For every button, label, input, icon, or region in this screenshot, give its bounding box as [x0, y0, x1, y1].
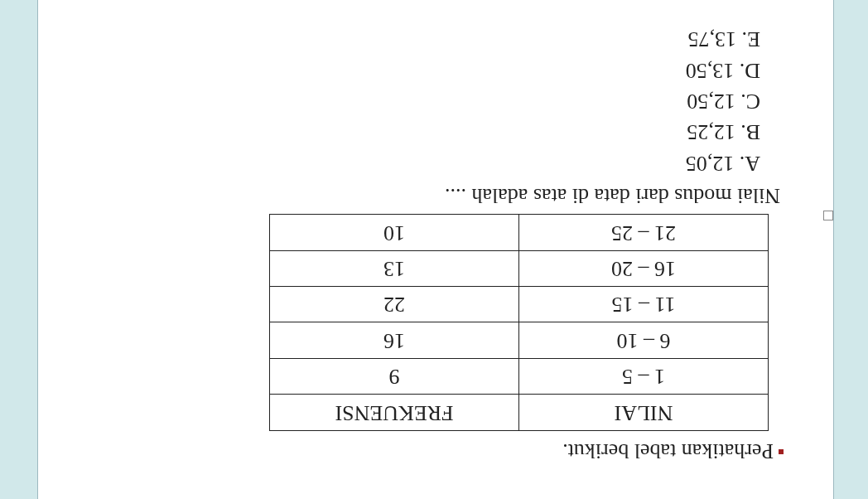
cell-nilai: 16 – 20	[519, 250, 769, 286]
col-header-nilai: NILAI	[519, 395, 769, 430]
cell-frek: 10	[270, 215, 519, 250]
col-header-frekuensi: FREKUENSI	[270, 395, 519, 430]
option-c: C. 12,50	[88, 86, 760, 116]
cell-nilai: 6 – 10	[519, 322, 769, 358]
table-row: 16 – 20 13	[270, 250, 769, 286]
answer-options: A. 12,05 B. 12,25 C. 12,50 D. 13,50 E. 1…	[88, 24, 760, 178]
option-b: B. 12,25	[88, 117, 760, 147]
frequency-table: NILAI FREKUENSI 1 – 5 9 6 – 10 16 11 – 1…	[269, 214, 769, 430]
option-d: D. 13,50	[88, 55, 760, 85]
cell-nilai: 11 – 15	[519, 287, 769, 322]
intro-text: Perhatikan tabel berikut.	[562, 436, 774, 466]
option-a: A. 12,05	[88, 148, 760, 177]
cell-frek: 13	[270, 250, 519, 286]
option-e: E. 13,75	[88, 24, 760, 54]
intro-line: Perhatikan tabel berikut.	[88, 436, 784, 466]
bullet-icon	[779, 449, 784, 454]
document-page: Perhatikan tabel berikut. NILAI FREKUENS…	[37, 0, 834, 499]
cell-frek: 22	[270, 287, 519, 322]
cell-nilai: 21 – 25	[519, 215, 769, 250]
cell-frek: 9	[270, 358, 519, 394]
table-row: 6 – 10 16	[270, 322, 769, 358]
table-row: 1 – 5 9	[270, 358, 769, 394]
table-row: 21 – 25 10	[270, 215, 769, 250]
resize-handle-icon	[823, 211, 833, 220]
cell-nilai: 1 – 5	[519, 358, 769, 394]
question-text: Nilai modus dari data di atas adalah ...…	[88, 181, 780, 211]
table-row: 11 – 15 22	[270, 287, 769, 322]
cell-frek: 16	[270, 322, 519, 358]
table-header-row: NILAI FREKUENSI	[270, 395, 769, 430]
rotated-content: Perhatikan tabel berikut. NILAI FREKUENS…	[88, 20, 784, 468]
